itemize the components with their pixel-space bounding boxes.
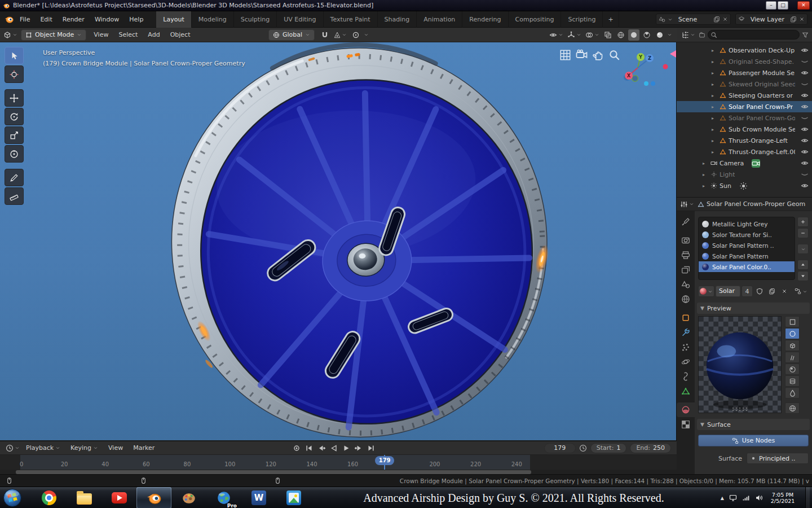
taskbar-app-paint[interactable] (171, 487, 206, 508)
editor-type-button[interactable] (2, 29, 19, 41)
workspace-tab-shading[interactable]: Shading (378, 11, 417, 28)
properties-tab-tool[interactable] (677, 214, 695, 229)
expand-arrow-icon[interactable]: ▸ (703, 172, 708, 177)
properties-tab-physics[interactable] (677, 354, 695, 369)
outliner-row[interactable]: ▸Passenger Module Se (677, 67, 812, 78)
remove-view-layer-icon[interactable] (799, 16, 805, 22)
material-slot[interactable]: Solar Panel Color.0.. (699, 261, 795, 272)
outliner-search-input[interactable] (708, 30, 800, 40)
preview-type-fluid[interactable] (785, 387, 800, 398)
sun-data-icon[interactable] (739, 182, 748, 190)
resize-grip[interactable] (731, 407, 748, 411)
expand-arrow-icon[interactable]: ▸ (712, 150, 717, 155)
viewport-menu-object[interactable]: Object (165, 28, 196, 42)
preview-type-flat[interactable] (785, 316, 800, 327)
timeline-menu-keying[interactable]: Keying (65, 441, 103, 455)
snap-toggle[interactable] (319, 29, 330, 41)
workspace-tab-modeling[interactable]: Modeling (192, 11, 234, 28)
workspace-tab-sculpting[interactable]: Sculpting (234, 11, 277, 28)
expand-arrow-icon[interactable]: ▸ (712, 116, 717, 121)
shading-solid-button[interactable] (628, 29, 639, 41)
tool-scale[interactable] (5, 126, 24, 144)
properties-tab-output[interactable] (677, 248, 695, 262)
slot-specials-menu[interactable] (797, 244, 809, 254)
taskbar-app-explorer[interactable] (67, 487, 102, 508)
pan-hand-icon[interactable] (592, 49, 604, 61)
outliner-row[interactable]: ▸Skewed Original Seed (677, 78, 812, 90)
show-desktop-button[interactable] (805, 487, 810, 508)
close-button[interactable]: ✕ (797, 1, 810, 10)
surface-shader-dropdown[interactable]: Principled .. (747, 453, 809, 464)
properties-editor-type-button[interactable] (679, 199, 695, 210)
prev-keyframe-button[interactable] (316, 443, 327, 454)
menu-help[interactable]: Help (124, 11, 148, 28)
viewport-camera-icon[interactable] (576, 49, 588, 61)
material-name-field[interactable]: Solar (716, 286, 740, 297)
jump-end-button[interactable] (365, 443, 377, 454)
move-slot-up-button[interactable] (797, 260, 809, 270)
show-object-types-dropdown[interactable] (548, 29, 564, 41)
shading-wireframe-button[interactable] (615, 29, 626, 41)
tool-measure[interactable] (5, 187, 24, 205)
material-slot[interactable]: Solar Panel Pattern .. (699, 240, 795, 251)
use-nodes-button[interactable]: Use Nodes (698, 435, 809, 446)
auto-key-toggle[interactable] (291, 443, 302, 454)
eye-closed-icon[interactable] (801, 58, 809, 65)
volume-tray-icon[interactable] (755, 494, 763, 502)
preview-type-cube[interactable] (785, 340, 800, 351)
frame-start-field[interactable]: Start:1 (590, 443, 627, 453)
properties-tab-view-layer[interactable] (677, 262, 695, 277)
taskbar-app-youtube[interactable] (102, 487, 136, 508)
camera-data-icon[interactable] (752, 159, 760, 168)
browse-material-button[interactable] (698, 286, 714, 297)
preview-type-cloth[interactable] (785, 375, 800, 387)
outliner-row[interactable]: ▸Sun (677, 180, 812, 191)
frame-end-field[interactable]: End:250 (630, 443, 671, 453)
tool-select-box[interactable] (5, 47, 24, 64)
outliner-editor-type-button[interactable] (680, 29, 696, 41)
properties-tab-material[interactable] (677, 402, 695, 417)
expand-arrow-icon[interactable]: ▸ (712, 59, 717, 64)
taskbar-app-chrome[interactable] (32, 487, 67, 508)
tool-move[interactable] (5, 89, 24, 107)
material-slot[interactable]: Solar Panel Pattern (699, 251, 795, 261)
network-tray-icon[interactable] (742, 494, 750, 502)
maximize-button[interactable]: □ (778, 1, 788, 10)
new-scene-icon[interactable] (713, 16, 720, 23)
preview-type-sphere[interactable] (785, 328, 800, 339)
expand-arrow-icon[interactable]: ▸ (712, 93, 717, 98)
remove-slot-button[interactable] (797, 228, 809, 238)
outliner-row[interactable]: ▸Thrust-Orange-Left.00 (677, 146, 812, 157)
eye-closed-icon[interactable] (801, 114, 809, 122)
workspace-tab-compositing[interactable]: Compositing (509, 11, 562, 28)
node-tree-button[interactable] (793, 286, 809, 297)
expand-arrow-icon[interactable]: ▸ (712, 71, 717, 76)
properties-tab-render[interactable] (677, 233, 695, 248)
move-slot-down-button[interactable] (797, 271, 809, 281)
outliner-row[interactable]: ▸Solar Panel Crown-Pr (677, 101, 812, 112)
tray-expand-icon[interactable]: ▲ (721, 496, 724, 501)
taskbar-app-photos[interactable] (276, 487, 311, 508)
expand-arrow-icon[interactable]: ▸ (712, 48, 717, 53)
collection-icon[interactable] (699, 32, 705, 38)
viewport-menu-add[interactable]: Add (143, 28, 165, 42)
eye-open-icon[interactable] (801, 46, 809, 54)
expand-arrow-icon[interactable]: ▸ (712, 127, 717, 132)
viewport-menu-select[interactable]: Select (113, 28, 143, 42)
current-frame-badge[interactable]: 179 (375, 456, 394, 465)
timeline-ruler[interactable]: 020406080100120140160200220240 (0, 455, 677, 470)
properties-tab-modifiers[interactable] (677, 325, 695, 340)
tool-rotate[interactable] (5, 108, 24, 125)
tool-transform[interactable] (5, 145, 24, 163)
eye-open-icon[interactable] (801, 125, 809, 133)
expand-arrow-icon[interactable]: ▸ (712, 82, 717, 87)
material-slot[interactable]: Metallic Light Grey (699, 218, 795, 229)
mode-dropdown[interactable]: Object Mode (21, 29, 86, 41)
properties-tab-particles[interactable] (677, 340, 695, 354)
eye-open-icon[interactable] (801, 159, 809, 167)
next-keyframe-button[interactable] (353, 443, 364, 454)
workspace-tab-layout[interactable]: Layout (156, 11, 191, 28)
add-workspace-button[interactable]: + (603, 11, 619, 28)
play-button[interactable] (341, 443, 352, 454)
outliner-row[interactable]: ▸Original Seed-Shape. (677, 56, 812, 67)
